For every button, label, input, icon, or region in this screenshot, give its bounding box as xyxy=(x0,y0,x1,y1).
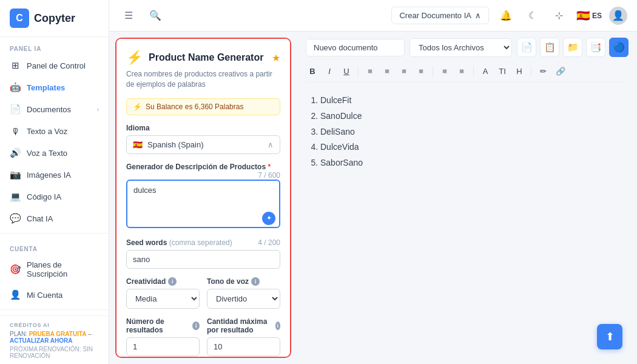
logo-name: Copyter xyxy=(34,12,75,25)
seed-sublabel: (comma seperated) xyxy=(169,238,232,247)
panel-description: Crea nombres de productos creativos a pa… xyxy=(126,69,280,90)
scroll-top-button[interactable]: ⬆ xyxy=(597,324,622,349)
sidebar-item-label: Imágenes IA xyxy=(27,170,71,180)
main-content: ☰ 🔍 Crear Documento IA ∧ 🔔 ☾ ⊹ 🇪🇸 ES 👤 ⚡… xyxy=(109,0,637,364)
tono-select[interactable]: Divertido Formal Casual xyxy=(207,289,280,309)
num-results-field: Número de resultados i xyxy=(126,317,200,356)
speaker-icon: 🔊 xyxy=(10,147,21,158)
grid-icon: ⊞ xyxy=(10,60,21,71)
divider xyxy=(0,233,109,234)
document-name-input[interactable] xyxy=(306,39,405,56)
format-ordered-list-button[interactable]: ≡ xyxy=(438,66,451,77)
sidebar-item-texto-voz[interactable]: 🎙 Texto a Voz xyxy=(0,120,109,142)
seed-input[interactable] xyxy=(126,250,280,269)
body-area: ⚡ Product Name Generator ★ Crea nombres … xyxy=(109,32,637,364)
format-unordered-list-button[interactable]: ≡ xyxy=(455,66,468,77)
chevron-down-icon: ∧ xyxy=(268,140,274,149)
bolt-icon: ⚡ xyxy=(133,103,142,111)
list-item: DulceVida xyxy=(320,140,626,155)
editor-area: Todos los Archivos 📄 📋 📁 📑 🔵 B I U ≡ ≡ ≡ xyxy=(297,32,637,364)
mic-icon: 🎙 xyxy=(10,126,21,136)
star-icon[interactable]: ★ xyxy=(272,52,280,64)
header: ☰ 🔍 Crear Documento IA ∧ 🔔 ☾ ⊹ 🇪🇸 ES 👤 xyxy=(109,0,637,32)
idioma-flag: 🇪🇸 xyxy=(133,140,143,149)
balance-badge: ⚡ Su Balance es 6,360 Palabras xyxy=(126,98,280,115)
panel-ia-form: ⚡ Product Name Generator ★ Crea nombres … xyxy=(115,38,291,358)
sidebar-item-chat-ia[interactable]: 💬 Chat IA xyxy=(0,207,109,229)
format-font-size-button[interactable]: TI xyxy=(496,66,509,77)
credits-label: CRÉDITOS AI xyxy=(10,322,99,331)
sidebar-item-label: Mi Cuenta xyxy=(27,291,62,300)
scroll-top-icon: ⬆ xyxy=(605,330,615,343)
sidebar-item-codigo-ia[interactable]: 💻 Código IA xyxy=(0,186,109,207)
desc-textarea-wrapper: ✦ xyxy=(126,174,280,230)
dark-mode-button[interactable]: ☾ xyxy=(523,6,542,25)
seed-field: Seed words (comma seperated) 4 / 200 xyxy=(126,238,280,269)
format-bold-button[interactable]: B xyxy=(306,66,319,77)
ai-assist-badge[interactable]: ✦ xyxy=(262,212,275,225)
format-align-justify-button[interactable]: ≡ xyxy=(414,66,428,77)
duplicate-button[interactable]: 📑 xyxy=(586,38,605,57)
notification-button[interactable]: 🔔 xyxy=(496,6,516,25)
creatividad-info-icon[interactable]: i xyxy=(168,277,177,286)
avatar[interactable]: 👤 xyxy=(609,7,627,25)
sidebar-item-panel-control[interactable]: ⊞ Panel de Control xyxy=(0,55,109,76)
sidebar-item-label: Voz a Texto xyxy=(27,149,67,158)
cuenta-section-label: CUENTA xyxy=(0,237,109,255)
max-qty-input[interactable] xyxy=(207,337,280,356)
num-results-input[interactable] xyxy=(126,337,200,356)
desc-label: Generador de Descripción de Productos * … xyxy=(126,163,280,171)
sidebar-item-imagenes-ia[interactable]: 📷 Imágenes IA xyxy=(0,164,109,186)
plan-text: PLAN: PRUEBA GRATUITA – ACTUALIZAR AHORA xyxy=(10,331,99,344)
list-item: SaborSano xyxy=(320,156,626,170)
desc-field: Generador de Descripción de Productos * … xyxy=(126,163,280,230)
format-heading-button[interactable]: H xyxy=(513,66,526,77)
results-qty-row: Número de resultados i Cantidad máxima p… xyxy=(126,317,280,356)
creatividad-select[interactable]: Media Baja Alta xyxy=(126,289,200,309)
generator-icon: ⚡ xyxy=(126,50,143,66)
file-select[interactable]: Todos los Archivos xyxy=(410,38,512,57)
format-font-color-button[interactable]: A xyxy=(479,66,492,77)
sidebar-item-templates[interactable]: 🤖 Templates xyxy=(0,76,109,98)
editor-format-bar: B I U ≡ ≡ ≡ ≡ ≡ ≡ A TI H ✏ 🔗 xyxy=(306,62,629,83)
renewal-text: PRÓXIMA RENOVACIÓN: SIN RENOVACIÓN xyxy=(10,346,99,359)
sidebar-item-documentos[interactable]: 📄 Documentos › xyxy=(0,98,109,120)
desc-textarea[interactable] xyxy=(126,180,280,228)
folder-button[interactable]: 📁 xyxy=(563,38,582,57)
seed-char-count: 4 / 200 xyxy=(258,238,280,247)
sidebar-item-mi-cuenta[interactable]: 👤 Mi Cuenta xyxy=(0,284,109,306)
export-button[interactable]: 📋 xyxy=(540,38,559,57)
balance-text: Su Balance es 6,360 Palabras xyxy=(146,103,243,111)
tono-info-icon[interactable]: i xyxy=(251,277,260,286)
max-qty-info-icon[interactable]: i xyxy=(275,322,280,330)
num-results-info-icon[interactable]: i xyxy=(192,322,200,330)
format-link-button[interactable]: 🔗 xyxy=(553,66,568,77)
creatividad-field: Creatividad i Media Baja Alta xyxy=(126,277,200,309)
sidebar-item-label: Chat IA xyxy=(27,214,53,223)
code-icon: 💻 xyxy=(10,191,21,202)
format-align-left-button[interactable]: ≡ xyxy=(363,66,377,77)
format-italic-button[interactable]: I xyxy=(323,66,336,77)
copy-doc-button[interactable]: 📄 xyxy=(517,38,536,57)
plan-upgrade-link[interactable]: ACTUALIZAR AHORA xyxy=(10,337,73,344)
fmt-separator-3 xyxy=(473,66,474,77)
language-selector[interactable]: 🇪🇸 ES xyxy=(576,9,602,22)
header-left: ☰ 🔍 xyxy=(119,6,165,25)
fullscreen-button[interactable]: ⊹ xyxy=(550,6,569,25)
sidebar-item-voz-texto[interactable]: 🔊 Voz a Texto xyxy=(0,142,109,164)
format-highlight-button[interactable]: ✏ xyxy=(536,66,550,77)
create-document-button[interactable]: Crear Documento IA ∧ xyxy=(391,7,489,24)
idioma-select[interactable]: 🇪🇸 Spanish (Spain) ∧ xyxy=(126,135,280,154)
list-item: DeliSano xyxy=(320,125,626,140)
sidebar-item-planes[interactable]: 🎯 Planes de Suscripción xyxy=(0,255,109,284)
hamburger-menu-button[interactable]: ☰ xyxy=(119,6,138,25)
format-underline-button[interactable]: U xyxy=(340,66,353,77)
format-align-center-button[interactable]: ≡ xyxy=(380,66,394,77)
max-qty-field: Cantidad máxima por resultado i xyxy=(207,317,280,356)
required-marker: * xyxy=(268,163,271,171)
primary-action-button[interactable]: 🔵 xyxy=(609,38,629,57)
logo-icon: C xyxy=(10,8,29,28)
fmt-separator-1 xyxy=(358,66,359,77)
search-button[interactable]: 🔍 xyxy=(146,6,165,25)
format-align-right-button[interactable]: ≡ xyxy=(397,66,411,77)
